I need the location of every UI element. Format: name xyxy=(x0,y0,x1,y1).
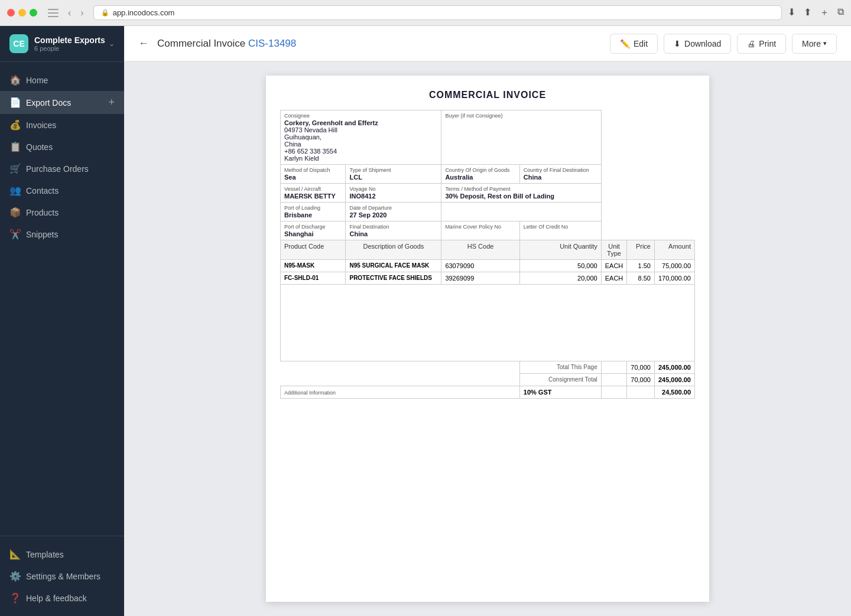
sidebar-item-export-docs-label: Export Docs xyxy=(26,98,71,107)
topbar-left: ← Commercial Invoice CIS-13498 xyxy=(138,37,296,50)
consignee-addr2: Guihuaquan, xyxy=(284,133,437,141)
new-tab-icon[interactable]: ＋ xyxy=(820,6,829,19)
more-chevron-icon: ▾ xyxy=(823,40,827,47)
sidebar-item-purchase-orders-label: Purchase Orders xyxy=(26,164,89,174)
sidebar-chevron-icon[interactable]: ⌄ xyxy=(109,40,115,48)
sidebar-item-quotes[interactable]: 📋 Quotes xyxy=(0,136,124,158)
nav-arrows: ‹ › xyxy=(64,6,87,19)
share-icon[interactable]: ⬆ xyxy=(804,6,811,19)
sidebar-item-templates[interactable]: 📐 Templates xyxy=(0,543,124,565)
date-departure-label: Date of Departure xyxy=(349,205,437,211)
type-shipment-cell: Type of Shipment LCL xyxy=(346,165,441,184)
product-hs-1: 63079090 xyxy=(441,260,519,272)
type-shipment-value: LCL xyxy=(349,174,437,181)
minimize-button[interactable] xyxy=(18,9,26,17)
forward-arrow[interactable]: › xyxy=(77,6,87,19)
sidebar-item-invoices[interactable]: 💰 Invoices xyxy=(0,114,124,136)
method-dispatch-value: Sea xyxy=(284,174,342,181)
country-origin-label: Country Of Origin of Goods xyxy=(445,167,515,173)
sidebar-bottom: 📐 Templates ⚙️ Settings & Members ❓ Help… xyxy=(0,536,124,616)
sidebar-item-settings[interactable]: ⚙️ Settings & Members xyxy=(0,565,124,587)
consignee-phone: +86 652 338 3554 xyxy=(284,148,437,155)
sidebar-brand[interactable]: CE Complete Exports 6 people xyxy=(9,34,105,53)
topbar-title: Commercial Invoice CIS-13498 xyxy=(157,38,296,50)
price-header: Price xyxy=(627,240,655,260)
sidebar-item-purchase-orders[interactable]: 🛒 Purchase Orders xyxy=(0,158,124,180)
print-icon: 🖨 xyxy=(747,39,755,48)
empty-cell-1 xyxy=(441,203,601,221)
final-dest-cell: Final Destination China xyxy=(346,221,441,240)
marine-cell: Marine Cover Policy No xyxy=(441,221,519,240)
terms-cell: Terms / Method of Payment 30% Deposit, R… xyxy=(441,184,601,203)
back-button[interactable]: ← xyxy=(138,37,149,50)
consignment-total-qty: 70,000 xyxy=(627,374,655,386)
download-icon[interactable]: ⬇ xyxy=(788,6,795,19)
consignee-addr1: 04973 Nevada Hill xyxy=(284,126,437,133)
purchase-orders-icon: 🛒 xyxy=(9,163,20,174)
product-price-1: 1.50 xyxy=(627,260,655,272)
product-code-2: FC-SHLD-01 xyxy=(281,272,346,285)
print-button-label: Print xyxy=(759,39,776,48)
download-button[interactable]: ⬇ Download xyxy=(664,34,731,54)
port-discharge-cell: Port of Discharge Shanghai xyxy=(281,221,346,240)
sidebar-toggle-button[interactable] xyxy=(48,9,59,17)
browser-chrome: ‹ › 🔒 app.incodocs.com ⬇ ⬆ ＋ ⧉ xyxy=(0,0,851,26)
additional-info-cell: Additional Information xyxy=(281,386,520,399)
sidebar: CE Complete Exports 6 people ⌄ 🏠 Home 📄 … xyxy=(0,26,124,616)
sidebar-brand-sub: 6 people xyxy=(34,45,105,52)
edit-button[interactable]: ✏️ Edit xyxy=(610,34,658,54)
topbar: ← Commercial Invoice CIS-13498 ✏️ Edit ⬇… xyxy=(124,26,851,61)
tabs-icon[interactable]: ⧉ xyxy=(837,6,844,19)
address-bar[interactable]: 🔒 app.incodocs.com xyxy=(93,5,782,20)
sidebar-item-invoices-label: Invoices xyxy=(26,120,56,130)
sidebar-item-home[interactable]: 🏠 Home xyxy=(0,69,124,91)
gst-empty-cell xyxy=(601,386,627,399)
product-code-1: N95-MASK xyxy=(281,260,346,272)
product-utype-2: EACH xyxy=(601,272,627,285)
date-departure-value: 27 Sep 2020 xyxy=(349,211,437,219)
sidebar-brand-name: Complete Exports xyxy=(34,35,105,45)
port-loading-cell: Port of Loading Brisbane xyxy=(281,203,346,221)
marine-label: Marine Cover Policy No xyxy=(445,224,515,230)
country-final-value: China xyxy=(524,174,597,181)
download-button-label: Download xyxy=(684,39,721,48)
product-code-header: Product Code xyxy=(281,240,346,260)
sidebar-item-products[interactable]: 📦 Products xyxy=(0,201,124,223)
unit-type-header: Unit Type xyxy=(601,240,627,260)
consignee-contact: Karlyn Kield xyxy=(284,155,437,162)
shipping-info-row: Method of Dispatch Sea Type of Shipment … xyxy=(281,165,695,184)
invoice-main-table: Consignee Corkery, Greenholt and Effertz… xyxy=(280,110,695,399)
buyer-cell: Buyer (if not Consignee) xyxy=(441,110,601,165)
home-icon: 🏠 xyxy=(9,74,20,86)
terms-label: Terms / Method of Payment xyxy=(445,186,597,192)
back-arrow[interactable]: ‹ xyxy=(64,6,74,19)
sidebar-item-help[interactable]: ❓ Help & feedback xyxy=(0,587,124,609)
maximize-button[interactable] xyxy=(30,9,37,17)
quotes-icon: 📋 xyxy=(9,141,20,152)
sidebar-item-contacts[interactable]: 👥 Contacts xyxy=(0,180,124,201)
sidebar-item-export-docs[interactable]: 📄 Export Docs + xyxy=(0,91,124,114)
edit-icon: ✏️ xyxy=(620,39,630,48)
vessel-value: MAERSK BETTY xyxy=(284,193,342,200)
country-final-cell: Country of Final Destination China xyxy=(519,165,601,184)
close-button[interactable] xyxy=(7,9,15,17)
more-button[interactable]: More ▾ xyxy=(792,34,837,54)
app-container: CE Complete Exports 6 people ⌄ 🏠 Home 📄 … xyxy=(0,26,851,616)
topbar-title-text: Commercial Invoice xyxy=(157,38,245,49)
consignee-cell: Consignee Corkery, Greenholt and Effertz… xyxy=(281,110,441,165)
add-export-doc-icon[interactable]: + xyxy=(108,96,115,109)
letter-credit-label: Letter Of Credit No xyxy=(524,224,597,230)
method-dispatch-cell: Method of Dispatch Sea xyxy=(281,165,346,184)
gst-label-cell: 10% GST xyxy=(519,386,601,399)
voyage-label: Voyage No xyxy=(349,186,437,192)
vessel-row: Vessel / Aircraft MAERSK BETTY Voyage No… xyxy=(281,184,695,203)
final-dest-label: Final Destination xyxy=(349,224,437,230)
consignee-addr3: China xyxy=(284,141,437,148)
gst-value: 24,500.00 xyxy=(654,386,694,399)
sidebar-item-snippets[interactable]: ✂️ Snippets xyxy=(0,223,124,245)
snippets-icon: ✂️ xyxy=(9,229,20,240)
country-origin-value: Australia xyxy=(445,174,515,181)
print-button[interactable]: 🖨 Print xyxy=(737,34,786,54)
unit-qty-header: Unit Quantity xyxy=(519,240,601,260)
document-area: COMMERCIAL INVOICE .inv-main { width: 10… xyxy=(124,61,851,616)
